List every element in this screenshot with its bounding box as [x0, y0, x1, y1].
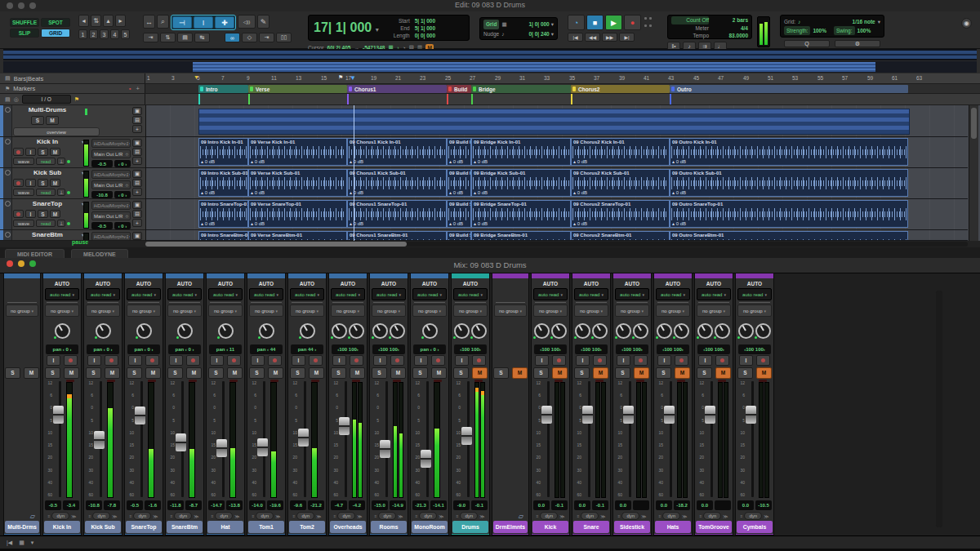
fader-track[interactable] — [745, 379, 757, 500]
mute-button[interactable]: M — [50, 148, 60, 156]
peak-display[interactable] — [633, 500, 649, 510]
solo-button[interactable]: S — [38, 148, 48, 156]
peak-display[interactable] — [715, 500, 731, 510]
pan-knob[interactable] — [697, 323, 713, 339]
track-name[interactable]: Snare — [573, 521, 609, 533]
solo-button[interactable]: S — [45, 367, 60, 379]
nav-left-icon[interactable]: ◂ — [78, 15, 89, 27]
fader-track[interactable] — [622, 379, 635, 500]
automation-mode-selector[interactable]: auto read▾ — [127, 288, 161, 300]
audio-clip[interactable]: 09 Intro SnareBtm-01 ▴ 0 dB — [198, 231, 248, 241]
audio-clip[interactable]: 09 Chorus2 Kick Sub-01 ▴ 0 dB — [571, 169, 670, 197]
pan-knob[interactable] — [372, 323, 388, 339]
pan-knob[interactable] — [657, 323, 672, 339]
insertion-follows-icon[interactable]: ↹ — [194, 33, 210, 42]
volume-display[interactable]: -0.5 — [91, 222, 113, 229]
session-row-label[interactable]: Tempo — [671, 32, 709, 40]
mute-button[interactable]: M — [552, 367, 568, 379]
pan-display[interactable]: ‹100 100› — [534, 344, 567, 354]
automation-mode-selector[interactable]: auto read▾ — [656, 288, 690, 300]
timebase-icon[interactable]: ⊥ — [57, 220, 65, 227]
volume-display[interactable]: -21.3 — [412, 500, 429, 510]
record-enable-button[interactable] — [13, 179, 24, 187]
group-selector[interactable]: no group▾ — [86, 304, 120, 317]
mute-button[interactable]: M — [512, 367, 528, 379]
clip-gain[interactable]: ▴ 0 dB — [449, 220, 463, 226]
track-name[interactable]: Kick Sub — [13, 169, 82, 178]
pan-knob[interactable] — [422, 323, 438, 339]
ruler-view-icon[interactable]: ▤ — [5, 75, 11, 82]
volume-display[interactable]: -14.7 — [208, 500, 225, 510]
volume-fader[interactable] — [541, 406, 552, 424]
track-name[interactable]: Kick — [532, 521, 568, 533]
fader-track[interactable] — [704, 379, 716, 500]
marker-icon[interactable]: ⚑ — [5, 86, 10, 92]
clip-gain[interactable]: ▴ 0 dB — [672, 158, 686, 164]
record-enable-button[interactable] — [268, 355, 282, 366]
input-monitor-button[interactable]: I — [332, 355, 346, 366]
solo-button[interactable]: S — [372, 367, 387, 379]
fader-track[interactable] — [461, 379, 473, 500]
mute-button[interactable]: M — [268, 367, 283, 379]
solo-button[interactable]: S — [574, 367, 590, 379]
zoom-preset-button[interactable]: 5 — [121, 29, 130, 39]
audio-clip[interactable]: 09 Intro Kick In-01 ▴ 0 dB — [198, 138, 248, 166]
grid-value-label[interactable]: Grid — [483, 20, 499, 29]
add-lane-icon[interactable]: + — [132, 219, 142, 227]
dyn-button[interactable]: dyn — [744, 512, 762, 520]
pan-knob[interactable] — [136, 323, 152, 339]
track-name[interactable]: Drums — [452, 521, 488, 533]
timebase-icon[interactable]: ⊥ — [57, 158, 65, 165]
fader-track[interactable] — [338, 379, 350, 500]
pan-knob[interactable] — [177, 323, 193, 339]
input-monitor-button[interactable]: I — [617, 355, 630, 366]
fader-track[interactable] — [541, 379, 553, 500]
record-enable-button[interactable] — [675, 355, 688, 366]
section-marker[interactable]: Outro — [670, 85, 908, 93]
dyn-button[interactable]: dyn — [174, 512, 192, 520]
mute-button[interactable]: M — [350, 367, 365, 379]
dyn-button[interactable]: dyn — [662, 512, 680, 520]
peak-display[interactable]: -14.1 — [430, 500, 447, 510]
track-list-icon[interactable]: ▤ — [5, 96, 11, 103]
editor-tab[interactable]: MIDI EDITOR — [5, 249, 65, 258]
pan-knob[interactable] — [349, 323, 364, 339]
volume-fader[interactable] — [582, 406, 593, 424]
track-lane[interactable]: 09 Intro Kick In-01 ▴ 0 dB 09 Verse Kick… — [145, 137, 968, 168]
volume-fader[interactable] — [623, 406, 634, 424]
input-monitor-button[interactable]: I — [698, 355, 712, 366]
solo-button[interactable]: S — [453, 367, 469, 379]
solo-button[interactable]: S — [290, 367, 305, 379]
volume-display[interactable]: -0.5 — [91, 160, 113, 167]
clip-gain[interactable]: ▴ 0 dB — [573, 158, 587, 164]
track-gutter[interactable] — [3, 137, 12, 167]
track-header[interactable]: Kick Sub ▾ I S M wave read ⊥ — [0, 168, 145, 199]
volume-display[interactable]: -11.8 — [167, 500, 184, 510]
track-name[interactable]: Kick In — [44, 521, 80, 533]
automation-mode-button[interactable]: read — [36, 158, 56, 165]
record-enable-button[interactable] — [472, 355, 486, 366]
solo-button[interactable]: S — [127, 367, 142, 379]
pencil-tool-icon[interactable]: ✎ — [257, 15, 270, 29]
section-marker[interactable]: Bridge — [471, 85, 571, 93]
volume-display[interactable]: -0.5 — [45, 500, 61, 510]
automation-mode-selector[interactable]: auto read▾ — [533, 288, 568, 300]
audio-clip[interactable]: 09 Verse SnareTop-01 ▴ 0 dB — [248, 200, 347, 228]
input-monitor-button[interactable]: I — [47, 355, 60, 366]
pan-display[interactable]: ‹100 100› — [697, 344, 730, 354]
track-name[interactable]: SnareTop — [13, 200, 82, 209]
audio-clip[interactable]: 09 Bridge Kick In-01 ▴ 0 dB — [471, 138, 571, 166]
automation-mode-button[interactable]: read — [36, 220, 56, 227]
pan-knob[interactable] — [616, 323, 631, 339]
group-selector[interactable]: no group▾ — [167, 304, 202, 317]
mirrored-editing-icon[interactable]: ▯▯ — [276, 33, 292, 42]
track-view-selector[interactable]: wave — [13, 158, 34, 165]
pan-knob[interactable] — [575, 323, 590, 339]
pan-knob[interactable] — [471, 323, 487, 339]
session-row-value[interactable]: 4/4 — [741, 24, 748, 33]
input-monitor-button[interactable]: I — [535, 355, 549, 366]
session-row-label[interactable]: Meter — [671, 24, 709, 33]
track-header[interactable]: Multi-Drums S M overview ▣ — [0, 105, 145, 137]
clip-gain[interactable]: ▴ 0 dB — [251, 158, 265, 164]
clip-gain[interactable]: ▴ 0 dB — [449, 158, 463, 164]
